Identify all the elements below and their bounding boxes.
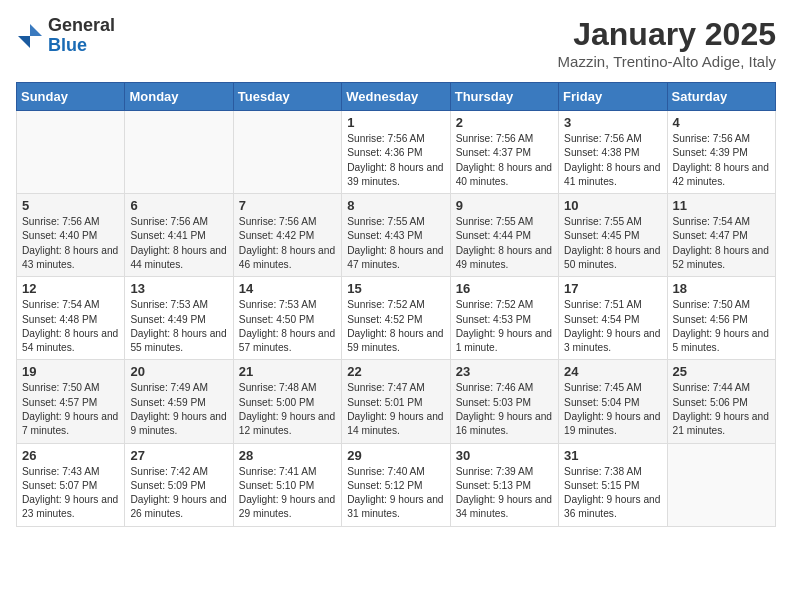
location: Mazzin, Trentino-Alto Adige, Italy [558, 53, 776, 70]
table-row: 13Sunrise: 7:53 AM Sunset: 4:49 PM Dayli… [125, 277, 233, 360]
calendar-week-row: 19Sunrise: 7:50 AM Sunset: 4:57 PM Dayli… [17, 360, 776, 443]
calendar-week-row: 1Sunrise: 7:56 AM Sunset: 4:36 PM Daylig… [17, 111, 776, 194]
table-row: 6Sunrise: 7:56 AM Sunset: 4:41 PM Daylig… [125, 194, 233, 277]
col-monday: Monday [125, 83, 233, 111]
table-row: 15Sunrise: 7:52 AM Sunset: 4:52 PM Dayli… [342, 277, 450, 360]
table-row [125, 111, 233, 194]
table-row: 17Sunrise: 7:51 AM Sunset: 4:54 PM Dayli… [559, 277, 667, 360]
day-number: 22 [347, 364, 444, 379]
day-number: 6 [130, 198, 227, 213]
day-info: Sunrise: 7:53 AM Sunset: 4:50 PM Dayligh… [239, 298, 336, 355]
svg-marker-0 [30, 24, 42, 36]
page-header: General Blue January 2025 Mazzin, Trenti… [16, 16, 776, 70]
day-number: 29 [347, 448, 444, 463]
day-info: Sunrise: 7:55 AM Sunset: 4:44 PM Dayligh… [456, 215, 553, 272]
day-info: Sunrise: 7:43 AM Sunset: 5:07 PM Dayligh… [22, 465, 119, 522]
table-row: 21Sunrise: 7:48 AM Sunset: 5:00 PM Dayli… [233, 360, 341, 443]
table-row: 30Sunrise: 7:39 AM Sunset: 5:13 PM Dayli… [450, 443, 558, 526]
table-row: 23Sunrise: 7:46 AM Sunset: 5:03 PM Dayli… [450, 360, 558, 443]
table-row: 22Sunrise: 7:47 AM Sunset: 5:01 PM Dayli… [342, 360, 450, 443]
table-row: 26Sunrise: 7:43 AM Sunset: 5:07 PM Dayli… [17, 443, 125, 526]
svg-marker-1 [18, 36, 30, 48]
table-row: 4Sunrise: 7:56 AM Sunset: 4:39 PM Daylig… [667, 111, 775, 194]
day-info: Sunrise: 7:56 AM Sunset: 4:36 PM Dayligh… [347, 132, 444, 189]
day-info: Sunrise: 7:56 AM Sunset: 4:39 PM Dayligh… [673, 132, 770, 189]
day-number: 3 [564, 115, 661, 130]
day-number: 18 [673, 281, 770, 296]
table-row: 31Sunrise: 7:38 AM Sunset: 5:15 PM Dayli… [559, 443, 667, 526]
day-number: 1 [347, 115, 444, 130]
day-info: Sunrise: 7:54 AM Sunset: 4:47 PM Dayligh… [673, 215, 770, 272]
day-info: Sunrise: 7:56 AM Sunset: 4:38 PM Dayligh… [564, 132, 661, 189]
day-number: 12 [22, 281, 119, 296]
logo-icon [16, 22, 44, 50]
day-number: 27 [130, 448, 227, 463]
table-row: 16Sunrise: 7:52 AM Sunset: 4:53 PM Dayli… [450, 277, 558, 360]
table-row: 1Sunrise: 7:56 AM Sunset: 4:36 PM Daylig… [342, 111, 450, 194]
day-number: 16 [456, 281, 553, 296]
table-row: 29Sunrise: 7:40 AM Sunset: 5:12 PM Dayli… [342, 443, 450, 526]
col-tuesday: Tuesday [233, 83, 341, 111]
table-row: 27Sunrise: 7:42 AM Sunset: 5:09 PM Dayli… [125, 443, 233, 526]
day-number: 8 [347, 198, 444, 213]
logo-text: General Blue [48, 16, 115, 56]
day-info: Sunrise: 7:40 AM Sunset: 5:12 PM Dayligh… [347, 465, 444, 522]
day-number: 13 [130, 281, 227, 296]
table-row: 11Sunrise: 7:54 AM Sunset: 4:47 PM Dayli… [667, 194, 775, 277]
day-info: Sunrise: 7:50 AM Sunset: 4:56 PM Dayligh… [673, 298, 770, 355]
table-row: 2Sunrise: 7:56 AM Sunset: 4:37 PM Daylig… [450, 111, 558, 194]
day-info: Sunrise: 7:56 AM Sunset: 4:42 PM Dayligh… [239, 215, 336, 272]
table-row: 28Sunrise: 7:41 AM Sunset: 5:10 PM Dayli… [233, 443, 341, 526]
day-info: Sunrise: 7:45 AM Sunset: 5:04 PM Dayligh… [564, 381, 661, 438]
day-number: 21 [239, 364, 336, 379]
day-info: Sunrise: 7:53 AM Sunset: 4:49 PM Dayligh… [130, 298, 227, 355]
day-number: 24 [564, 364, 661, 379]
col-saturday: Saturday [667, 83, 775, 111]
table-row: 12Sunrise: 7:54 AM Sunset: 4:48 PM Dayli… [17, 277, 125, 360]
day-number: 14 [239, 281, 336, 296]
day-number: 19 [22, 364, 119, 379]
day-number: 28 [239, 448, 336, 463]
col-wednesday: Wednesday [342, 83, 450, 111]
day-number: 11 [673, 198, 770, 213]
table-row: 20Sunrise: 7:49 AM Sunset: 4:59 PM Dayli… [125, 360, 233, 443]
day-info: Sunrise: 7:39 AM Sunset: 5:13 PM Dayligh… [456, 465, 553, 522]
day-info: Sunrise: 7:41 AM Sunset: 5:10 PM Dayligh… [239, 465, 336, 522]
calendar-week-row: 12Sunrise: 7:54 AM Sunset: 4:48 PM Dayli… [17, 277, 776, 360]
logo-blue: Blue [48, 35, 87, 55]
day-number: 15 [347, 281, 444, 296]
day-number: 31 [564, 448, 661, 463]
day-info: Sunrise: 7:47 AM Sunset: 5:01 PM Dayligh… [347, 381, 444, 438]
calendar-header-row: Sunday Monday Tuesday Wednesday Thursday… [17, 83, 776, 111]
day-number: 23 [456, 364, 553, 379]
day-number: 7 [239, 198, 336, 213]
calendar-week-row: 26Sunrise: 7:43 AM Sunset: 5:07 PM Dayli… [17, 443, 776, 526]
day-info: Sunrise: 7:42 AM Sunset: 5:09 PM Dayligh… [130, 465, 227, 522]
day-number: 4 [673, 115, 770, 130]
col-friday: Friday [559, 83, 667, 111]
table-row: 8Sunrise: 7:55 AM Sunset: 4:43 PM Daylig… [342, 194, 450, 277]
day-number: 10 [564, 198, 661, 213]
day-info: Sunrise: 7:52 AM Sunset: 4:52 PM Dayligh… [347, 298, 444, 355]
table-row: 5Sunrise: 7:56 AM Sunset: 4:40 PM Daylig… [17, 194, 125, 277]
col-thursday: Thursday [450, 83, 558, 111]
day-info: Sunrise: 7:48 AM Sunset: 5:00 PM Dayligh… [239, 381, 336, 438]
day-info: Sunrise: 7:38 AM Sunset: 5:15 PM Dayligh… [564, 465, 661, 522]
month-title: January 2025 [558, 16, 776, 53]
day-info: Sunrise: 7:54 AM Sunset: 4:48 PM Dayligh… [22, 298, 119, 355]
table-row: 25Sunrise: 7:44 AM Sunset: 5:06 PM Dayli… [667, 360, 775, 443]
table-row: 14Sunrise: 7:53 AM Sunset: 4:50 PM Dayli… [233, 277, 341, 360]
table-row: 3Sunrise: 7:56 AM Sunset: 4:38 PM Daylig… [559, 111, 667, 194]
day-number: 17 [564, 281, 661, 296]
day-info: Sunrise: 7:51 AM Sunset: 4:54 PM Dayligh… [564, 298, 661, 355]
table-row [667, 443, 775, 526]
day-number: 5 [22, 198, 119, 213]
day-number: 2 [456, 115, 553, 130]
day-info: Sunrise: 7:56 AM Sunset: 4:40 PM Dayligh… [22, 215, 119, 272]
day-number: 25 [673, 364, 770, 379]
day-number: 9 [456, 198, 553, 213]
day-number: 30 [456, 448, 553, 463]
day-info: Sunrise: 7:55 AM Sunset: 4:45 PM Dayligh… [564, 215, 661, 272]
table-row: 7Sunrise: 7:56 AM Sunset: 4:42 PM Daylig… [233, 194, 341, 277]
day-info: Sunrise: 7:56 AM Sunset: 4:37 PM Dayligh… [456, 132, 553, 189]
